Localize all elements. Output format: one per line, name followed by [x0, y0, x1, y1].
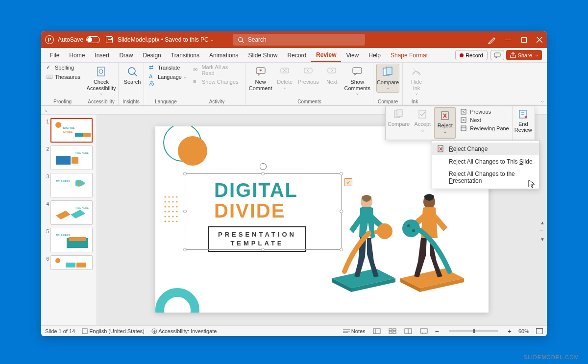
tab-animations[interactable]: Animations — [204, 48, 243, 62]
save-icon[interactable] — [106, 36, 113, 43]
tab-design[interactable]: Design — [138, 48, 166, 62]
resize-handle-ne[interactable] — [340, 172, 343, 175]
accessibility-status[interactable]: Accessibility: Investigate — [151, 328, 217, 334]
reading-view-button[interactable] — [404, 328, 413, 335]
compare-button[interactable]: Compare⌵ — [376, 64, 399, 93]
fit-to-window-button[interactable] — [536, 328, 543, 334]
thumbnail-2[interactable]: 2TITLE HERE — [41, 144, 97, 171]
svg-rect-5 — [98, 67, 104, 76]
svg-rect-15 — [328, 68, 336, 73]
zoom-out-button[interactable]: − — [435, 327, 439, 335]
resize-handle-n[interactable] — [261, 172, 265, 175]
change-marker[interactable]: ✓ — [344, 178, 352, 186]
new-comment-button[interactable]: ✶New Comment — [249, 64, 272, 93]
language-button[interactable]: AあLanguage⌵ — [147, 73, 188, 81]
tab-record[interactable]: Record — [282, 48, 311, 62]
search-box[interactable]: Search — [233, 34, 365, 46]
thumbnail-4[interactable]: 4TITLE HERE — [41, 199, 97, 226]
thumbnail-5[interactable]: 5TITLE HERE — [41, 226, 97, 254]
reject-all-slide-item[interactable]: Reject All Changes to This Slide — [432, 155, 539, 168]
tab-draw[interactable]: Draw — [114, 48, 138, 62]
reviewing-pane-button[interactable]: Reviewing Pane — [460, 125, 509, 132]
language-status[interactable]: English (United States) — [82, 328, 145, 334]
reject-button[interactable]: Reject⌵ — [434, 107, 456, 139]
normal-view-button[interactable] — [372, 328, 381, 335]
spelling-button[interactable]: ✓Spelling — [44, 64, 82, 72]
tab-home[interactable]: Home — [64, 48, 90, 62]
language-status-icon — [82, 328, 88, 334]
svg-text:DIVIDE: DIVIDE — [63, 130, 73, 133]
group-accessibility-label: Accessibility — [87, 99, 115, 105]
svg-point-76 — [176, 221, 178, 222]
check-accessibility-button[interactable]: Check Accessibility⌵ — [87, 64, 115, 97]
notes-button[interactable]: Notes — [343, 328, 366, 334]
group-proofing-label: Proofing — [44, 99, 81, 105]
record-dot-icon — [460, 53, 464, 57]
pencil-icon[interactable] — [488, 36, 496, 44]
svg-text:TITLE HERE: TITLE HERE — [56, 234, 71, 237]
accept-icon — [417, 109, 428, 120]
thumbnail-3[interactable]: 3TITLE HERE — [41, 171, 97, 199]
tab-insert[interactable]: Insert — [90, 48, 114, 62]
zoom-in-button[interactable]: + — [508, 327, 512, 335]
maximize-button[interactable] — [520, 36, 527, 43]
zoom-level[interactable]: 60% — [518, 328, 529, 334]
minimize-button[interactable] — [505, 36, 512, 43]
zoom-slider[interactable] — [449, 330, 498, 332]
slideshow-view-button[interactable] — [419, 328, 428, 335]
svg-point-70 — [169, 216, 170, 218]
resize-handle-sw[interactable] — [183, 248, 187, 251]
end-review-button[interactable]: End Review — [513, 106, 534, 140]
svg-point-67 — [172, 211, 174, 213]
next-change-button[interactable]: Next — [460, 117, 509, 123]
previous-change-button[interactable]: Previous — [460, 108, 509, 115]
record-button[interactable]: Record — [455, 50, 487, 60]
scroll-fit-icon[interactable]: ≡ — [540, 228, 545, 234]
scroll-up-icon[interactable]: ▲ — [540, 220, 545, 225]
tab-slideshow[interactable]: Slide Show — [243, 48, 282, 62]
svg-point-63 — [172, 206, 174, 208]
tab-transitions[interactable]: Transitions — [166, 48, 204, 62]
tab-view[interactable]: View — [341, 48, 364, 62]
tab-review[interactable]: Review — [311, 48, 341, 62]
ribbon-collapse-button[interactable]: ⌵ — [541, 98, 544, 103]
share-button[interactable]: Share⌵ — [506, 50, 542, 60]
decorative-arc — [155, 288, 199, 313]
rotate-handle[interactable] — [260, 163, 267, 170]
resize-handle-w[interactable] — [183, 210, 187, 213]
new-comment-icon: ✶ — [255, 66, 267, 77]
reject-change-item[interactable]: Reject Change — [432, 143, 539, 155]
notes-icon — [343, 329, 350, 334]
close-button[interactable] — [536, 36, 543, 43]
svg-point-82 — [407, 224, 410, 227]
tab-help[interactable]: Help — [364, 48, 386, 62]
resize-handle-s[interactable] — [261, 248, 265, 251]
language-icon: Aあ — [149, 73, 156, 80]
thesaurus-button[interactable]: 📖Thesaurus — [44, 73, 82, 81]
tab-file[interactable]: File — [45, 48, 64, 62]
svg-text:TITLE HERE: TITLE HERE — [56, 180, 71, 183]
selection-box[interactable] — [185, 173, 342, 250]
compare-sub-button: Compare — [386, 106, 412, 140]
slide-thumbnail-panel[interactable]: 1DIGITALDIVIDE 2TITLE HERE 3TITLE HERE 4… — [41, 115, 97, 325]
resize-handle-nw[interactable] — [183, 172, 187, 175]
slide-sorter-button[interactable] — [388, 328, 397, 335]
group-comments-label: Comments — [249, 99, 370, 105]
group-compare-label: Compare — [376, 99, 399, 105]
scroll-down-icon[interactable]: ▼ — [540, 237, 545, 242]
autosave-toggle[interactable] — [86, 36, 100, 43]
prev-comment-button: Previous — [297, 64, 319, 87]
comments-pane-button[interactable] — [490, 50, 504, 60]
compare-sub-ribbon: Compare Accept⌵ Reject⌵ Previous Next Re… — [385, 106, 535, 140]
tab-shape-format[interactable]: Shape Format — [386, 48, 433, 62]
saved-status-text[interactable]: Saved to this PC — [165, 36, 208, 43]
search-button[interactable]: Search — [122, 64, 143, 87]
filename-caret[interactable]: ⌵ — [211, 37, 213, 42]
thumbnail-6[interactable]: 6 — [41, 254, 97, 271]
thumbnail-1[interactable]: 1DIGITALDIVIDE — [41, 117, 97, 144]
show-comments-button[interactable]: Show Comments⌵ — [344, 64, 370, 97]
reject-all-presentation-item[interactable]: Reject All Changes to the Presentation — [432, 168, 539, 187]
slide-counter[interactable]: Slide 1 of 14 — [45, 328, 75, 334]
translate-button[interactable]: ⇄Translate — [147, 64, 188, 72]
customize-qat-button[interactable]: ⌄ — [44, 107, 48, 113]
